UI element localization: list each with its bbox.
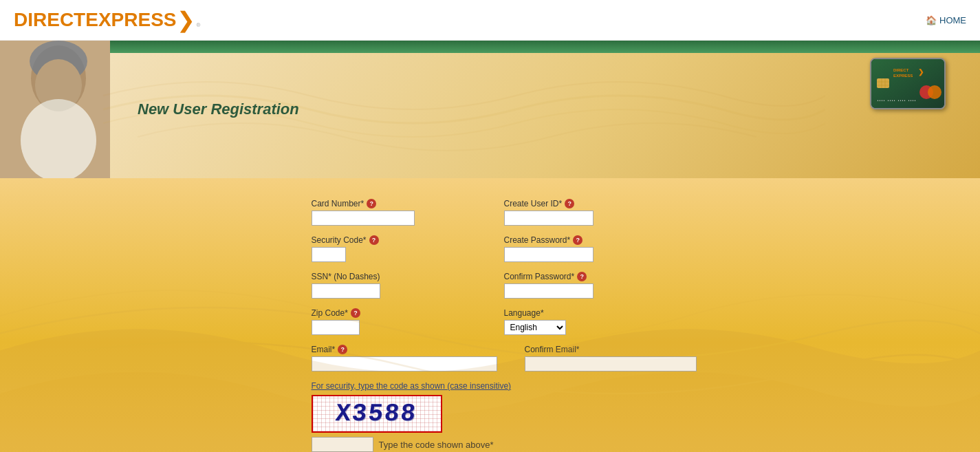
- logo-reg: ®: [197, 22, 201, 28]
- captcha-instruction: For security, type the code as shown (ca…: [312, 381, 669, 391]
- banner-person-image: [0, 41, 110, 178]
- captcha-input[interactable]: [312, 437, 373, 452]
- card-image: DIRECT EXPRESS ❯ •••• •••• •••• ••••: [870, 58, 946, 109]
- ssn-group: SSN* (No Dashes): [312, 272, 477, 299]
- svg-text:EXPRESS: EXPRESS: [893, 74, 913, 78]
- logo-arrow-icon: ❯: [177, 7, 195, 33]
- email-input[interactable]: [312, 356, 497, 372]
- form-row-5: Email* ? Confirm Email*: [312, 345, 669, 372]
- form-row-4: Zip Code* ? Language* English Spanish: [312, 308, 669, 335]
- logo-direct-text: DIRECT: [14, 9, 85, 30]
- ssn-label: SSN* (No Dashes): [312, 272, 477, 281]
- card-number-help-icon[interactable]: ?: [367, 199, 376, 208]
- create-password-label: Create Password* ?: [504, 235, 669, 245]
- create-userid-help-icon[interactable]: ?: [565, 199, 574, 208]
- security-code-label: Security Code* ?: [312, 235, 477, 245]
- card-number-group: Card Number* ?: [312, 199, 477, 226]
- svg-text:DIRECT: DIRECT: [893, 68, 909, 72]
- main-content: Card Number* ? Create User ID* ? Securit…: [0, 178, 980, 452]
- email-help-icon[interactable]: ?: [338, 345, 347, 354]
- confirm-password-label: Confirm Password* ?: [504, 272, 669, 281]
- banner-title: New User Registration: [138, 100, 299, 118]
- captcha-section: For security, type the code as shown (ca…: [312, 381, 669, 452]
- create-userid-group: Create User ID* ?: [504, 199, 669, 226]
- confirm-password-help-icon[interactable]: ?: [577, 272, 587, 281]
- card-number-label: Card Number* ?: [312, 199, 477, 208]
- captcha-type-label: Type the code shown above*: [379, 440, 494, 450]
- svg-text:❯: ❯: [918, 68, 924, 76]
- confirm-email-label: Confirm Email*: [525, 345, 697, 354]
- logo-express-text: EXPRESS: [85, 9, 176, 30]
- home-link[interactable]: 🏠 HOME: [926, 15, 966, 25]
- create-password-input[interactable]: [504, 247, 594, 262]
- wave-decoration: [0, 41, 825, 178]
- svg-point-6: [31, 45, 86, 111]
- banner: New User Registration DIRECT EXPRESS ❯: [0, 41, 980, 178]
- zip-code-help-icon[interactable]: ?: [351, 308, 360, 318]
- confirm-email-group: Confirm Email*: [525, 345, 697, 372]
- person-photo: [0, 41, 110, 178]
- language-group: Language* English Spanish: [504, 308, 669, 335]
- captcha-code: X3588: [335, 400, 419, 428]
- svg-point-18: [928, 85, 941, 99]
- page-header: DIRECTEXPRESS ❯ ® 🏠 HOME: [0, 0, 980, 41]
- home-icon: 🏠: [926, 15, 937, 25]
- create-userid-input[interactable]: [504, 211, 594, 226]
- security-code-group: Security Code* ?: [312, 235, 477, 262]
- form-row-3: SSN* (No Dashes) Confirm Password* ?: [312, 272, 669, 299]
- security-code-help-icon[interactable]: ?: [369, 235, 379, 245]
- language-label: Language*: [504, 308, 669, 318]
- language-select[interactable]: English Spanish: [504, 320, 566, 335]
- create-userid-label: Create User ID* ?: [504, 199, 669, 208]
- logo-area: DIRECTEXPRESS ❯ ®: [14, 7, 200, 33]
- registration-form: Card Number* ? Create User ID* ? Securit…: [284, 192, 697, 452]
- create-password-help-icon[interactable]: ?: [573, 235, 582, 245]
- email-label: Email* ?: [312, 345, 497, 354]
- confirm-email-input[interactable]: [525, 356, 697, 372]
- email-group: Email* ?: [312, 345, 497, 372]
- zip-code-label: Zip Code* ?: [312, 308, 477, 318]
- confirm-password-group: Confirm Password* ?: [504, 272, 669, 299]
- create-password-group: Create Password* ?: [504, 235, 669, 262]
- ssn-input[interactable]: [312, 283, 380, 299]
- captcha-input-row: Type the code shown above*: [312, 437, 669, 452]
- captcha-image: X3588: [312, 395, 442, 433]
- form-row-1: Card Number* ? Create User ID* ?: [312, 199, 669, 226]
- banner-green-bar: [0, 41, 980, 53]
- card-number-input[interactable]: [312, 211, 415, 226]
- home-label: HOME: [939, 15, 966, 25]
- svg-rect-9: [877, 78, 889, 88]
- zip-code-group: Zip Code* ?: [312, 308, 477, 335]
- svg-text:•••• •••• •••• ••••: •••• •••• •••• ••••: [877, 99, 916, 103]
- logo: DIRECTEXPRESS: [14, 9, 177, 31]
- form-row-2: Security Code* ? Create Password* ?: [312, 235, 669, 262]
- confirm-password-input[interactable]: [504, 283, 594, 299]
- security-code-input[interactable]: [312, 247, 346, 262]
- zip-code-input[interactable]: [312, 320, 360, 335]
